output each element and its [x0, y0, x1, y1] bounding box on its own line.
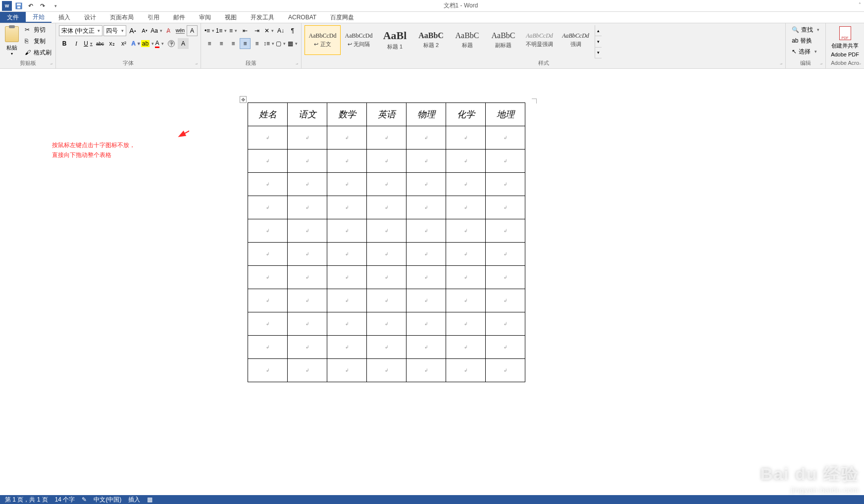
table-cell[interactable]: ↲ [248, 126, 288, 150]
status-words[interactable]: 14 个字 [55, 496, 75, 504]
phonetic-guide-button[interactable]: wén [175, 25, 186, 36]
tab-developer[interactable]: 开发工具 [244, 12, 281, 23]
table-cell[interactable]: ↲ [367, 219, 407, 243]
table-cell[interactable]: ↲ [327, 266, 367, 289]
table-cell[interactable]: ↲ [486, 336, 525, 359]
tab-view[interactable]: 视图 [218, 12, 244, 23]
select-button[interactable]: ↖选择 [790, 46, 819, 57]
tab-insert[interactable]: 插入 [51, 12, 77, 23]
line-spacing-button[interactable]: ↕≡ [263, 38, 274, 49]
table-cell[interactable]: ↲ [407, 173, 446, 196]
table-cell[interactable]: ↲ [446, 219, 486, 243]
table-cell[interactable]: ↲ [248, 173, 288, 196]
table-cell[interactable]: ↲ [327, 312, 367, 336]
tab-mailings[interactable]: 邮件 [166, 12, 192, 23]
font-name-combo[interactable]: 宋体 (中文正 [59, 25, 102, 36]
style-item-2[interactable]: AaBl标题 1 [377, 25, 413, 55]
char-shading-button[interactable]: A [178, 38, 189, 49]
status-proofing-icon[interactable]: ✎ [82, 496, 87, 503]
table-cell[interactable]: ↲ [327, 289, 367, 312]
table-cell[interactable]: ↲ [288, 336, 327, 359]
char-border-button[interactable]: A [187, 25, 198, 36]
table-cell[interactable]: ↲ [486, 266, 525, 289]
document-table[interactable]: 姓名语文数学英语物理化学地理↲↲↲↲↲↲↲↲↲↲↲↲↲↲↲↲↲↲↲↲↲↲↲↲↲↲… [248, 102, 525, 382]
table-cell[interactable]: ↲ [248, 359, 288, 382]
table-header-cell[interactable]: 物理 [407, 103, 446, 126]
style-item-6[interactable]: AaBbCcDd不明显强调 [521, 25, 558, 55]
table-header-cell[interactable]: 地理 [486, 103, 525, 126]
table-move-handle[interactable]: ✥ [240, 96, 247, 103]
table-cell[interactable]: ↲ [486, 173, 525, 196]
tab-review[interactable]: 审阅 [192, 12, 218, 23]
table-cell[interactable]: ↲ [407, 336, 446, 359]
tab-baidu[interactable]: 百度网盘 [323, 12, 361, 23]
table-cell[interactable]: ↲ [288, 266, 327, 289]
table-cell[interactable]: ↲ [288, 173, 327, 196]
italic-button[interactable]: I [71, 38, 82, 49]
asian-layout-button[interactable]: ✕ [263, 25, 274, 36]
tab-design[interactable]: 设计 [77, 12, 103, 23]
replace-button[interactable]: ab替换 [790, 35, 814, 46]
table-cell[interactable]: ↲ [446, 243, 486, 266]
table-header-cell[interactable]: 数学 [327, 103, 367, 126]
table-cell[interactable]: ↲ [248, 196, 288, 219]
tab-acrobat[interactable]: ACROBAT [281, 12, 323, 23]
underline-button[interactable]: U [83, 38, 94, 49]
tab-layout[interactable]: 页面布局 [103, 12, 141, 23]
table-cell[interactable]: ↲ [367, 289, 407, 312]
bold-button[interactable]: B [59, 38, 70, 49]
status-insert-mode[interactable]: 插入 [128, 496, 140, 504]
table-cell[interactable]: ↲ [248, 266, 288, 289]
table-cell[interactable]: ↲ [288, 289, 327, 312]
word-app-icon[interactable]: W [2, 1, 12, 11]
table-cell[interactable]: ↲ [446, 266, 486, 289]
qat-customize-button[interactable] [50, 1, 59, 11]
font-size-combo[interactable]: 四号 [103, 25, 126, 36]
table-cell[interactable]: ↲ [367, 243, 407, 266]
style-item-4[interactable]: AaBbC标题 [449, 25, 485, 55]
style-item-1[interactable]: AaBbCcDd↩ 无间隔 [341, 25, 377, 55]
table-cell[interactable]: ↲ [486, 359, 525, 382]
status-macro-icon[interactable]: ▦ [147, 496, 152, 503]
table-cell[interactable]: ↲ [288, 219, 327, 243]
superscript-button[interactable]: x² [118, 38, 129, 49]
gallery-scroll[interactable]: ▴▾▾ [595, 25, 602, 58]
tab-home[interactable]: 开始 [26, 12, 51, 23]
table-cell[interactable]: ↲ [367, 359, 407, 382]
tab-file[interactable]: 文件 [0, 12, 26, 23]
table-cell[interactable]: ↲ [327, 336, 367, 359]
table-cell[interactable]: ↲ [486, 219, 525, 243]
table-cell[interactable]: ↲ [248, 243, 288, 266]
table-cell[interactable]: ↲ [288, 150, 327, 173]
table-cell[interactable]: ↲ [446, 150, 486, 173]
find-button[interactable]: 🔍查找 [790, 24, 821, 35]
table-cell[interactable]: ↲ [446, 196, 486, 219]
table-cell[interactable]: ↲ [407, 359, 446, 382]
table-cell[interactable]: ↲ [407, 266, 446, 289]
borders-button[interactable]: ▦ [287, 38, 298, 49]
table-cell[interactable]: ↲ [407, 219, 446, 243]
shading-button[interactable]: ▢ [275, 38, 286, 49]
text-effects-button[interactable]: A [130, 38, 141, 49]
table-cell[interactable]: ↲ [446, 289, 486, 312]
font-color-button[interactable]: A [154, 38, 165, 49]
create-share-pdf-button[interactable]: 创建并共享 Adobe PDF [828, 24, 862, 59]
shrink-font-button[interactable]: A▾ [139, 25, 150, 36]
numbering-button[interactable]: 1≡ [216, 25, 227, 36]
table-cell[interactable]: ↲ [288, 359, 327, 382]
table-header-cell[interactable]: 语文 [288, 103, 327, 126]
table-cell[interactable]: ↲ [248, 289, 288, 312]
style-item-3[interactable]: AaBbC标题 2 [413, 25, 449, 55]
table-cell[interactable]: ↲ [486, 312, 525, 336]
table-cell[interactable]: ↲ [486, 126, 525, 150]
table-cell[interactable]: ↲ [407, 196, 446, 219]
table-cell[interactable]: ↲ [367, 196, 407, 219]
undo-button[interactable]: ↶ [26, 1, 36, 11]
table-cell[interactable]: ↲ [446, 173, 486, 196]
table-cell[interactable]: ↲ [327, 243, 367, 266]
document-area[interactable]: 按鼠标左键点击十字图标不放， 直接向下拖动整个表格 ✥ 姓名语文数学英语物理化学… [0, 69, 864, 495]
table-cell[interactable]: ↲ [446, 359, 486, 382]
increase-indent-button[interactable]: ⇥ [252, 25, 262, 36]
status-page[interactable]: 第 1 页，共 1 页 [5, 496, 48, 504]
align-justify-button[interactable]: ≡ [240, 38, 251, 49]
